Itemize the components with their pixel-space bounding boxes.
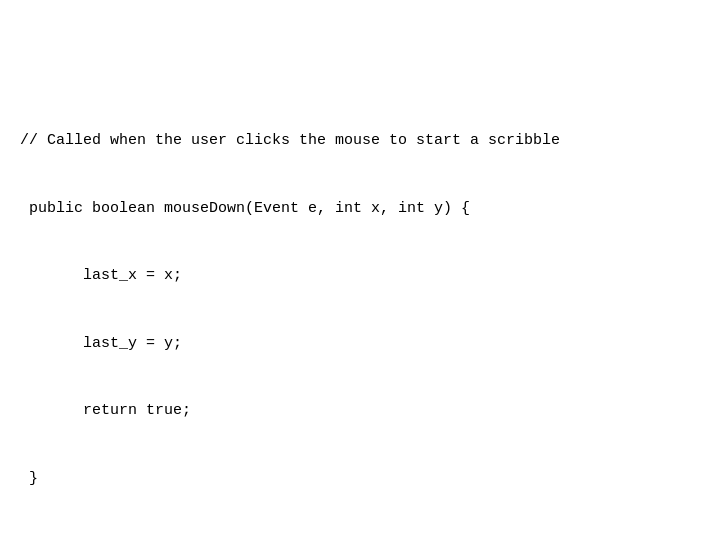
code-line-5: return true; [20, 400, 700, 423]
comment-line-1: // Called when the user clicks the mouse… [20, 130, 700, 153]
code-block: // Called when the user clicks the mouse… [20, 40, 700, 540]
code-line-4: last_y = y; [20, 333, 700, 356]
code-container: // Called when the user clicks the mouse… [0, 0, 720, 540]
code-line-6: } [20, 468, 700, 491]
code-line-3: last_x = x; [20, 265, 700, 288]
code-line-2: public boolean mouseDown(Event e, int x,… [20, 198, 700, 221]
code-section-1: // Called when the user clicks the mouse… [20, 85, 700, 535]
